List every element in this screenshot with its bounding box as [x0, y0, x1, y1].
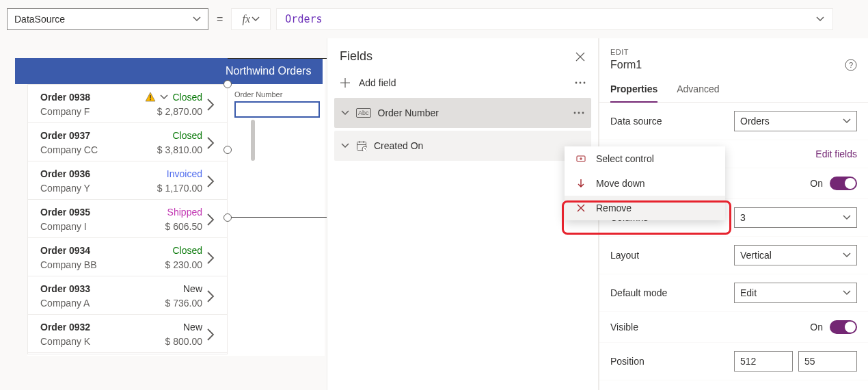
gallery-row[interactable]: Order 0933NewCompany A$ 736.00	[28, 276, 227, 315]
order-title: Order 0938	[40, 92, 145, 103]
chevron-right-icon[interactable]	[202, 98, 219, 112]
columns-select[interactable]: 3	[734, 207, 857, 228]
fx-label: fx	[243, 13, 251, 25]
layout-value: Vertical	[740, 250, 772, 261]
default-mode-select[interactable]: Edit	[734, 283, 857, 303]
order-price: $ 1,170.00	[157, 183, 202, 194]
fx-button[interactable]: fx	[231, 8, 271, 30]
order-title: Order 0937	[40, 130, 157, 141]
select-icon	[575, 153, 586, 164]
order-price: $ 2,870.00	[145, 106, 202, 117]
arrow-down-icon	[575, 178, 586, 189]
order-company: Company BB	[40, 259, 165, 270]
chevron-right-icon[interactable]	[202, 174, 219, 188]
order-company: Company I	[40, 221, 165, 232]
layout-select[interactable]: Vertical	[734, 245, 857, 265]
snap-toggle-label: On	[810, 178, 823, 189]
position-x-input[interactable]: 512	[734, 351, 793, 372]
visible-toggle[interactable]	[830, 320, 857, 334]
order-status: Closed	[165, 245, 203, 256]
chevron-right-icon[interactable]	[202, 289, 219, 303]
gallery-row[interactable]: Order 0938ClosedCompany F$ 2,870.00	[28, 85, 227, 123]
default-mode-value: Edit	[740, 287, 757, 298]
gallery-row[interactable]: Order 0936InvoicedCompany Y$ 1,170.00	[28, 161, 227, 200]
chevron-down-icon	[252, 15, 260, 23]
order-status: Shipped	[165, 207, 203, 218]
order-company: Company A	[40, 298, 165, 309]
gallery-row[interactable]: Order 0935ShippedCompany I$ 606.50	[28, 200, 227, 238]
close-icon	[575, 203, 586, 213]
formula-input[interactable]: Orders	[276, 8, 833, 30]
order-price: $ 800.00	[165, 336, 203, 347]
chevron-down-icon	[843, 251, 851, 259]
selection-handle[interactable]	[223, 146, 232, 154]
formula-text: Orders	[285, 13, 322, 25]
order-status: Invoiced	[157, 168, 202, 179]
equals-sign: =	[214, 13, 226, 25]
order-status: Closed	[157, 130, 202, 141]
property-selector[interactable]: DataSource	[7, 8, 208, 30]
chevron-right-icon[interactable]	[202, 136, 219, 150]
datacard-input[interactable]	[234, 101, 320, 118]
order-title: Order 0933	[40, 283, 165, 294]
prop-label-position: Position	[610, 356, 645, 367]
menu-select-control[interactable]: Select control	[565, 146, 725, 171]
chevron-right-icon[interactable]	[202, 328, 219, 341]
menu-remove[interactable]: Remove	[565, 196, 725, 220]
order-title: Order 0932	[40, 322, 165, 333]
field-context-menu: Select control Move down Remove	[565, 146, 725, 220]
field-item-order-number[interactable]: Abc Order Number	[334, 98, 591, 128]
canvas[interactable]: Northwind Orders Order 0938ClosedCompany…	[27, 58, 325, 356]
tab-properties[interactable]: Properties	[610, 78, 657, 103]
chevron-down-icon	[816, 15, 824, 23]
formula-bar: DataSource = fx Orders	[7, 8, 833, 30]
add-field-button[interactable]: Add field	[340, 77, 396, 88]
more-icon[interactable]	[575, 81, 586, 84]
close-icon[interactable]	[575, 51, 586, 62]
order-gallery[interactable]: Order 0938ClosedCompany F$ 2,870.00Order…	[27, 84, 228, 354]
gallery-row[interactable]: Order 0937ClosedCompany CC$ 3,810.00	[28, 123, 227, 161]
field-item-created-on[interactable]: Created On	[334, 131, 591, 161]
chevron-down-icon	[843, 213, 851, 222]
data-source-value: Orders	[740, 116, 770, 127]
chevron-down-icon	[160, 93, 168, 101]
warning-icon	[145, 92, 156, 103]
control-name: Form1	[610, 59, 642, 71]
field-label: Created On	[374, 140, 423, 151]
more-icon[interactable]	[573, 112, 584, 114]
menu-move-down[interactable]: Move down	[565, 171, 725, 196]
order-title: Order 0936	[40, 168, 157, 179]
chevron-right-icon[interactable]	[202, 213, 219, 226]
selection-handle[interactable]	[223, 213, 232, 222]
menu-label: Remove	[596, 203, 632, 213]
edit-fields-link[interactable]: Edit fields	[815, 148, 857, 159]
tab-advanced[interactable]: Advanced	[677, 78, 719, 102]
snap-toggle[interactable]	[830, 177, 857, 190]
order-title: Order 0935	[40, 207, 165, 218]
gallery-row[interactable]: Order 0932NewCompany K$ 800.00	[28, 315, 227, 353]
columns-value: 3	[740, 212, 746, 223]
svg-point-2	[575, 82, 578, 84]
order-title: Order 0934	[40, 245, 165, 256]
svg-point-7	[582, 112, 584, 114]
help-icon[interactable]: ?	[845, 59, 857, 71]
selection-handle[interactable]	[223, 80, 232, 88]
field-label: Order Number	[378, 107, 439, 118]
property-selector-value: DataSource	[14, 14, 65, 25]
order-company: Company CC	[40, 144, 157, 155]
position-y-input[interactable]: 55	[798, 351, 857, 372]
svg-point-3	[580, 82, 582, 84]
order-price: $ 736.00	[165, 298, 203, 309]
gallery-row[interactable]: Order 0934ClosedCompany BB$ 230.00	[28, 238, 227, 276]
fields-title: Fields	[340, 49, 372, 64]
menu-label: Select control	[596, 153, 654, 164]
order-status: Closed	[145, 92, 202, 103]
plus-icon	[340, 77, 351, 88]
order-company: Company F	[40, 106, 145, 117]
chevron-down-icon	[843, 289, 851, 297]
order-status: New	[165, 283, 203, 294]
chevron-right-icon[interactable]	[202, 251, 219, 265]
order-company: Company Y	[40, 183, 157, 194]
svg-rect-1	[150, 99, 151, 100]
data-source-select[interactable]: Orders	[734, 111, 857, 131]
